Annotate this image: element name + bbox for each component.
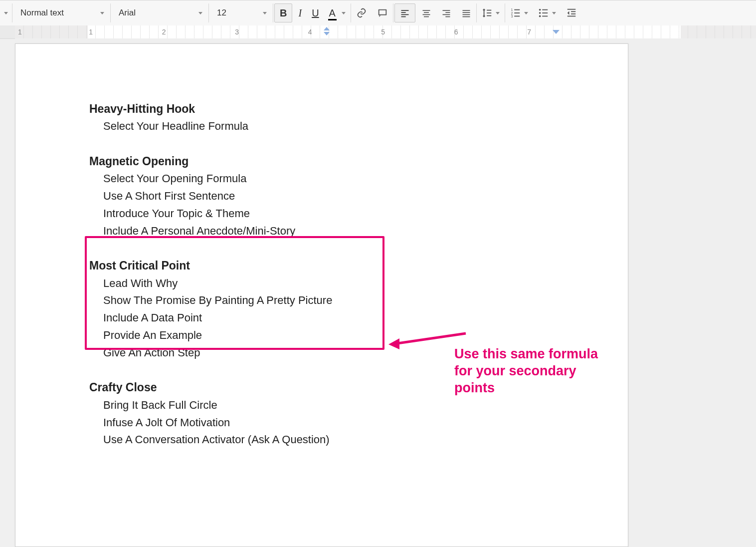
font-size-select[interactable]: 12 <box>209 0 273 25</box>
caret-down-icon <box>198 12 202 14</box>
italic-icon: I <box>298 7 302 19</box>
section-item: Bring It Back Full Circle <box>89 397 628 414</box>
caret-down-icon <box>263 12 267 14</box>
align-justify-icon <box>461 8 471 18</box>
section-item: Use A Conversation Activator (Ask A Ques… <box>89 431 628 449</box>
align-right-button[interactable] <box>436 0 456 25</box>
caret-down-icon <box>342 12 346 14</box>
caret-down-icon <box>552 12 556 14</box>
insert-comment-button[interactable] <box>372 0 393 25</box>
svg-point-29 <box>539 15 541 17</box>
italic-button[interactable]: I <box>293 0 307 25</box>
section-item: Select Your Opening Formula <box>89 170 628 188</box>
font-family-select[interactable]: Arial <box>111 0 208 25</box>
align-right-icon <box>441 8 451 18</box>
decrease-indent-icon <box>566 7 577 18</box>
decrease-indent-button[interactable] <box>561 0 582 25</box>
comment-icon <box>377 7 388 18</box>
document-page[interactable]: Heavy-Hitting Hook Select Your Headline … <box>15 43 628 547</box>
section-title: Heavy-Hitting Hook <box>89 100 628 118</box>
text-color-icon: A <box>329 7 336 19</box>
formatting-toolbar: Normal text Arial 12 B I U A <box>0 0 756 26</box>
font-size-label: 12 <box>217 8 226 18</box>
underline-button[interactable]: U <box>307 0 324 25</box>
numbered-list-icon: 123 <box>510 7 521 18</box>
svg-line-37 <box>397 333 466 343</box>
align-justify-button[interactable] <box>456 0 476 25</box>
document-canvas: Heavy-Hitting Hook Select Your Headline … <box>15 38 756 547</box>
toolbar-leading-dropdown[interactable] <box>0 0 12 25</box>
insert-link-button[interactable] <box>351 0 372 25</box>
link-icon <box>356 7 367 18</box>
svg-marker-38 <box>388 338 399 349</box>
caret-down-icon <box>496 12 500 14</box>
section-item: Introduce Your Topic & Theme <box>89 205 628 223</box>
annotation-text: Use this same formula for your secondary… <box>454 346 614 396</box>
text-color-button[interactable]: A <box>324 0 351 25</box>
caret-down-icon <box>100 12 104 14</box>
numbered-list-button[interactable]: 123 <box>505 0 533 25</box>
svg-point-28 <box>539 12 541 14</box>
caret-down-icon <box>524 12 528 14</box>
align-left-icon <box>400 8 410 18</box>
ruler-numbers: 1 1 2 3 4 5 6 7 <box>15 25 756 38</box>
font-family-label: Arial <box>119 8 136 18</box>
align-center-icon <box>421 8 431 18</box>
annotation-highlight-box <box>85 236 384 350</box>
section-item: Use A Short First Sentence <box>89 188 628 205</box>
section-title: Magnetic Opening <box>89 152 628 170</box>
align-left-button[interactable] <box>394 3 415 22</box>
annotation-arrow <box>388 328 466 348</box>
bold-icon: B <box>280 7 287 19</box>
align-center-button[interactable] <box>416 0 436 25</box>
svg-rect-1 <box>379 10 386 14</box>
line-spacing-icon <box>482 7 493 18</box>
section-item: Infuse A Jolt Of Motivation <box>89 414 628 432</box>
bulleted-list-button[interactable] <box>533 0 561 25</box>
right-margin-marker[interactable] <box>553 30 560 34</box>
indent-marker[interactable] <box>324 30 330 36</box>
underline-icon: U <box>312 7 319 19</box>
bold-button[interactable]: B <box>274 3 292 22</box>
horizontal-ruler[interactable]: 1 1 2 3 4 5 6 7 <box>0 25 756 39</box>
svg-text:3: 3 <box>511 14 513 18</box>
paragraph-style-label: Normal text <box>20 8 64 18</box>
bulleted-list-icon <box>538 7 549 18</box>
paragraph-style-select[interactable]: Normal text <box>12 0 110 25</box>
section-item: Select Your Headline Formula <box>89 118 628 135</box>
line-spacing-button[interactable] <box>477 0 505 25</box>
svg-point-27 <box>539 9 541 11</box>
